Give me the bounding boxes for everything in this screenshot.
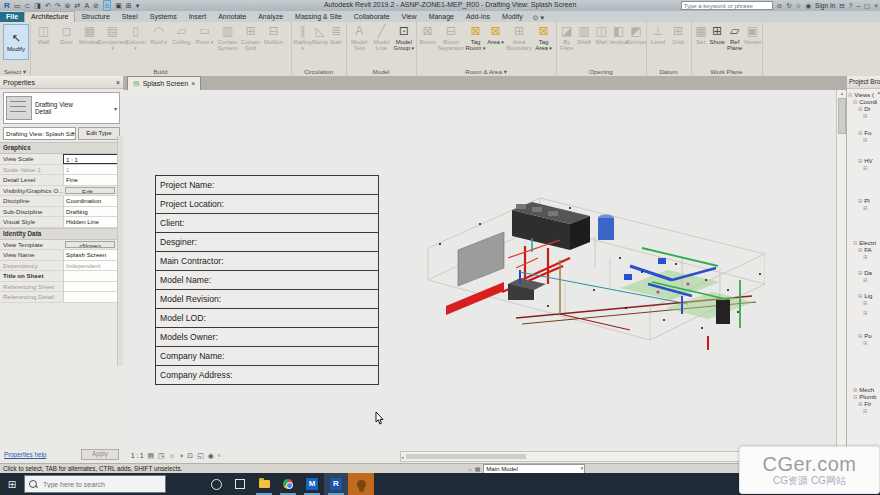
default-3d-view-icon[interactable]: ⌂ xyxy=(103,0,111,11)
tree-expander-icon[interactable]: ⊞ xyxy=(858,247,862,253)
sign-in-button[interactable]: Sign In xyxy=(815,2,835,9)
edit-button[interactable]: Edit... xyxy=(65,187,115,195)
type-selector[interactable]: Drafting View Detail ▾ xyxy=(3,92,120,124)
tree-expander-icon[interactable]: ⊞ xyxy=(863,205,867,211)
tree-item[interactable]: ⊟Plumb xyxy=(847,393,880,400)
sun-path-icon[interactable]: ☼ xyxy=(169,452,175,459)
ribbon-button-model-line[interactable]: ╱Model Line xyxy=(370,24,392,52)
section-identity-data[interactable]: Identity Data xyxy=(3,229,41,239)
tree-item[interactable]: ⊞ xyxy=(847,339,880,346)
visual-style-icon[interactable]: ◳ xyxy=(158,452,165,460)
tree-expander-icon[interactable]: ⊞ xyxy=(863,165,867,171)
ribbon-button-room-separator[interactable]: ⊟Room Separator xyxy=(437,24,465,52)
cart-icon[interactable]: ⊟ xyxy=(839,2,844,10)
ribbon-button-model-group[interactable]: ⊡Model Group xyxy=(393,24,415,52)
ribbon-button-viewer[interactable]: ▣Viewer xyxy=(744,24,761,52)
tab-systems[interactable]: Systems xyxy=(144,12,183,22)
ribbon-button-grid[interactable]: ⊞Grid xyxy=(668,24,688,45)
tree-expander-icon[interactable]: ⊟ xyxy=(853,240,857,246)
tree-expander-icon[interactable]: ⊞ xyxy=(863,254,867,260)
help-search-input[interactable] xyxy=(681,1,773,10)
ribbon-button-column[interactable]: ▯Column xyxy=(124,24,147,52)
ribbon-button-ceiling[interactable]: ▱Ceiling xyxy=(170,24,193,52)
tree-item[interactable]: ⊞FA xyxy=(847,246,880,253)
revit-taskbar-button[interactable]: R xyxy=(324,473,348,495)
tab-file[interactable]: File xyxy=(0,12,24,22)
tree-item[interactable]: ⊞Po xyxy=(847,332,880,339)
thin-lines-icon[interactable]: ▣ xyxy=(115,1,122,10)
section-icon[interactable]: ⊘ xyxy=(93,1,99,10)
tree-expander-icon[interactable]: ⊞ xyxy=(858,130,862,136)
start-button[interactable]: ⊞ xyxy=(0,479,24,490)
close-button[interactable]: × xyxy=(874,2,878,9)
tree-item[interactable]: ⊞Pl xyxy=(847,197,880,204)
file-explorer-button[interactable] xyxy=(252,473,276,495)
redo-icon[interactable]: ↷ xyxy=(55,1,61,10)
tree-item[interactable]: ⊞HV xyxy=(847,157,880,164)
text-icon[interactable]: A xyxy=(84,1,89,10)
tree-expander-icon[interactable]: ⊞ xyxy=(858,270,862,276)
instance-selector[interactable]: Drafting View: Splash Screen xyxy=(3,127,76,140)
account-icon[interactable]: ◉ xyxy=(805,2,811,10)
crop-view-icon[interactable]: ⊡ xyxy=(187,452,193,460)
ribbon-button-vertical[interactable]: ◧Vertical xyxy=(610,24,628,52)
edit-type-button[interactable]: Edit Type xyxy=(78,127,120,140)
user-interface-icon[interactable]: ⊞ xyxy=(126,1,132,10)
undo-icon[interactable]: ↶ xyxy=(45,1,51,10)
tree-item[interactable]: ⊞ xyxy=(847,136,880,143)
new-icon[interactable]: ▭ xyxy=(14,1,21,10)
tab-modify[interactable]: Modify xyxy=(496,12,529,22)
tree-expander-icon[interactable]: ⊞ xyxy=(863,113,867,119)
ribbon-button-tag-room[interactable]: ⊠Tag Room xyxy=(465,24,486,52)
ribbon-button-ref-plane[interactable]: ▱Ref Plane xyxy=(725,24,744,52)
tree-item[interactable]: ⊞ xyxy=(847,253,880,260)
ribbon-button-area-boundary[interactable]: ⊞Area Boundary xyxy=(505,24,533,52)
tab-massing-site[interactable]: Massing & Site xyxy=(289,12,348,22)
scroll-left-icon[interactable]: ◂ xyxy=(401,454,404,460)
ribbon-button-door[interactable]: ◻Door xyxy=(55,24,78,52)
tree-expander-icon[interactable]: ⊞ xyxy=(863,310,867,316)
drawing-area[interactable]: Project Name: Project Location: Client: … xyxy=(123,90,836,448)
taskbar-search[interactable] xyxy=(24,475,166,493)
ribbon-button-by-face[interactable]: ◪By Face xyxy=(558,24,575,52)
tab-analyze[interactable]: Analyze xyxy=(252,12,289,22)
tree-expander-icon[interactable]: ⊞ xyxy=(853,387,857,393)
chrome-button[interactable] xyxy=(276,473,300,495)
tree-item[interactable]: ⊟Electri xyxy=(847,239,880,246)
tree-expander-icon[interactable]: ⊟ xyxy=(853,394,857,400)
active-app-button[interactable] xyxy=(348,473,374,495)
tree-item[interactable]: ⊞ xyxy=(847,309,880,316)
ribbon-button-model-text[interactable]: AModel Text xyxy=(348,24,370,52)
tree-item[interactable]: ⊞Da xyxy=(847,269,880,276)
ribbon-button-room[interactable]: ⊠Room xyxy=(418,24,437,52)
prop-value[interactable]: Coordination xyxy=(63,196,123,206)
ribbon-button-tag-area[interactable]: ⊠Tag Area xyxy=(533,24,554,52)
ribbon-button-dormer[interactable]: ◩Dormer xyxy=(627,24,645,52)
tab-steel[interactable]: Steel xyxy=(116,12,144,22)
detail-level-icon[interactable]: ▤ xyxy=(147,452,154,460)
tree-expander-icon[interactable]: ⊞ xyxy=(858,198,862,204)
tree-expander-icon[interactable]: ⊞ xyxy=(863,137,867,143)
properties-help-link[interactable]: Properties help xyxy=(4,451,46,458)
shadows-icon[interactable]: ◑ xyxy=(179,452,183,459)
tree-item[interactable]: ⊟Coordi xyxy=(847,98,880,105)
search-go-icon[interactable]: ⊙ xyxy=(777,2,782,10)
ribbon-button-floor[interactable]: ▭Floor xyxy=(193,24,216,52)
tree-expander-icon[interactable]: ⊞ xyxy=(863,408,867,414)
tree-item-views[interactable]: ⊟Views ( xyxy=(847,91,880,98)
tree-expander-icon[interactable]: ⊟ xyxy=(848,92,852,98)
ribbon-button-shaft[interactable]: ▥Shaft xyxy=(575,24,592,52)
tab-annotate[interactable]: Annotate xyxy=(212,12,252,22)
prop-value[interactable]: 1 : 1 xyxy=(63,154,123,164)
ribbon-button-mullion[interactable]: ⊟Mullion xyxy=(262,24,285,52)
tree-item[interactable]: ⊞Dr xyxy=(847,105,880,112)
tab-manage[interactable]: Manage xyxy=(423,12,460,22)
scroll-thumb[interactable] xyxy=(406,454,526,459)
ribbon-button-component[interactable]: ▤Component xyxy=(101,24,124,52)
tree-item[interactable]: ⊞Mech xyxy=(847,386,880,393)
tree-item[interactable]: ⊞Fu xyxy=(847,129,880,136)
tree-expander-icon[interactable]: ⊞ xyxy=(858,401,862,407)
tree-expander-icon[interactable]: ⊞ xyxy=(863,277,867,283)
prop-value[interactable]: Hidden Line xyxy=(63,217,123,227)
tree-expander-icon[interactable]: ⊞ xyxy=(863,300,867,306)
